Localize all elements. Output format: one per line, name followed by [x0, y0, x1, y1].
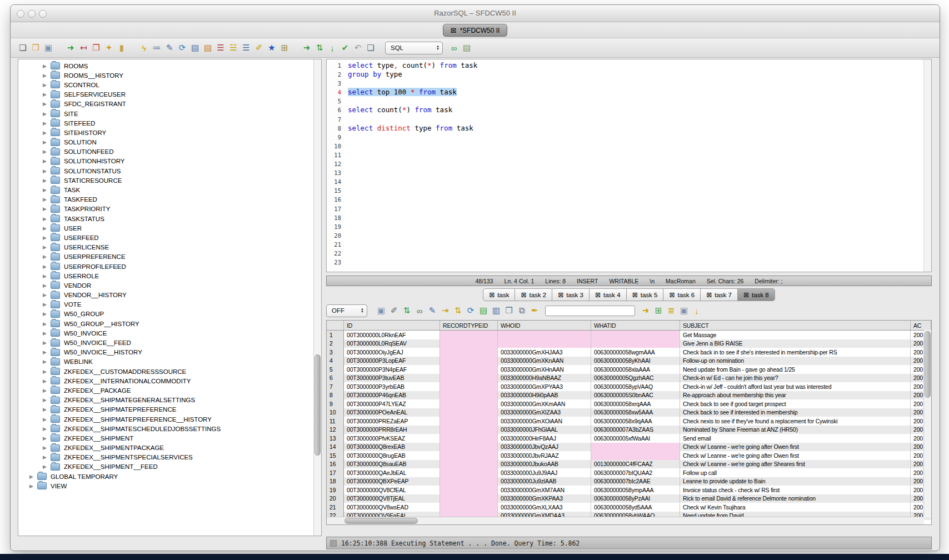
log-list-icon[interactable]: ▤	[461, 42, 473, 54]
describe-table-icon[interactable]: ▤	[477, 304, 490, 317]
tree-item-solutionhistory[interactable]: ▶SOLUTIONHISTORY	[18, 157, 321, 166]
glasses-icon[interactable]: ∞	[448, 42, 460, 54]
column-header-whatid[interactable]: WHATID	[591, 321, 680, 330]
code-line[interactable]	[348, 258, 923, 267]
cell-rtid[interactable]	[440, 408, 498, 417]
cell-subj[interactable]: Give Jenn a BIG RAISE	[680, 339, 911, 348]
cell-subj[interactable]: Rick to email David & reference Delmonte…	[680, 494, 911, 503]
disclosure-triangle-icon[interactable]: ▶	[43, 321, 51, 327]
cell-rtid[interactable]	[440, 451, 498, 460]
tree-item-rooms__history[interactable]: ▶ROOMS__HISTORY	[18, 71, 321, 80]
tree-item-scontrol[interactable]: ▶SCONTROL	[18, 80, 321, 89]
table-vertical-scrollbar[interactable]	[923, 330, 931, 517]
disclosure-triangle-icon[interactable]: ▶	[43, 244, 51, 250]
execute-icon[interactable]: ϟ	[138, 42, 150, 54]
cell-what[interactable]: 00630000005QgzhAAC	[591, 374, 680, 383]
tree-item-taskfeed[interactable]: ▶TASKFEED	[18, 195, 321, 204]
tree-item-solution[interactable]: ▶SOLUTION	[18, 138, 321, 147]
disclosure-triangle-icon[interactable]: ▶	[43, 436, 51, 441]
tree-item-taskpriority[interactable]: ▶TASKPRIORITY	[18, 204, 321, 214]
key-icon[interactable]: ✒	[528, 304, 541, 317]
code-line[interactable]	[348, 249, 923, 258]
disclosure-triangle-icon[interactable]: ▶	[43, 63, 51, 69]
disclosure-triangle-icon[interactable]: ▶	[43, 111, 51, 117]
disclosure-triangle-icon[interactable]: ▶	[43, 197, 51, 202]
tree-item-zkfedex__shipment__feed[interactable]: ▶ZKFEDEX__SHIPMENT__FEED	[18, 462, 321, 472]
table-row[interactable]: 1600T3000000Q8sauEAB0033000000JbukoAAB00…	[327, 460, 931, 469]
cell-rtid[interactable]	[440, 434, 498, 443]
cell-what[interactable]: 006300000058yd5AAA	[591, 503, 680, 512]
disclosure-triangle-icon[interactable]: ▶	[43, 254, 51, 259]
disclosure-triangle-icon[interactable]: ▶	[43, 130, 51, 136]
result-tab-task-6[interactable]: ⊠task 6	[663, 288, 701, 301]
disclosure-triangle-icon[interactable]: ▶	[43, 388, 51, 393]
tree-item-zkfedex__internationalcommodity[interactable]: ▶ZKFEDEX__INTERNATIONALCOMMODITY	[18, 376, 321, 386]
sql-editor[interactable]: 1234567891011121314151617181920212223 se…	[326, 59, 932, 272]
cell-rtid[interactable]	[440, 503, 498, 512]
tree-item-task[interactable]: ▶TASK	[18, 185, 321, 194]
cell-what[interactable]: 00630000005S0bnAAC	[591, 391, 680, 400]
disconnect-icon[interactable]: ↤	[77, 42, 89, 54]
cell-subj[interactable]: Check back to see if interested in membe…	[680, 408, 911, 417]
cell-what[interactable]: 006300000058x9qAAA	[591, 417, 680, 426]
cell-who[interactable]: 0033000000Ju9zlAAB	[498, 477, 591, 486]
code-line[interactable]	[348, 79, 923, 88]
cell-who[interactable]: 0033000000JbvRJAAZ	[498, 451, 591, 460]
tree-item-w50_invoice__history[interactable]: ▶W50_INVOICE__HISTORY	[18, 348, 321, 357]
cell-what[interactable]	[591, 331, 680, 339]
favorites-icon[interactable]: ★	[266, 42, 278, 54]
tree-item-site[interactable]: ▶SITE	[18, 109, 321, 118]
cell-rtid[interactable]	[440, 391, 498, 400]
cell-subj[interactable]: Get Massage	[680, 331, 911, 339]
table-row[interactable]: 1200T3000000PRR8rEAH0033000000JFhGlAAL00…	[327, 426, 931, 434]
disclosure-triangle-icon[interactable]: ▶	[29, 474, 37, 479]
result-tab-task-3[interactable]: ⊠task 3	[552, 288, 590, 301]
commit-icon[interactable]: ✔	[339, 42, 351, 54]
disclosure-triangle-icon[interactable]: ▶	[43, 407, 51, 412]
tree-item-selfserviceuser[interactable]: ▶SELFSERVICEUSER	[18, 90, 321, 99]
close-tab-icon[interactable]: ⊠	[595, 292, 601, 298]
script-icon[interactable]: ≣	[665, 304, 677, 317]
cell-rtid[interactable]	[440, 486, 498, 494]
code-line[interactable]: select type, count(*) from task	[348, 61, 923, 70]
cell-subj[interactable]: Nominated by Shane Freeman at ANZ (HR50)	[680, 426, 911, 434]
cell-what[interactable]: 006300000058xw5AAA	[591, 408, 680, 417]
cell-rtid[interactable]	[440, 468, 498, 477]
code-line[interactable]	[348, 222, 923, 231]
table-row[interactable]: 1400T3000000Q8rexEAB0033000000JbvQzAAJCh…	[327, 443, 931, 452]
tree-item-userrole[interactable]: ▶USERROLE	[18, 271, 321, 281]
tree-item-zkfedex__shipmatepreference[interactable]: ▶ZKFEDEX__SHIPMATEPREFERENCE	[18, 405, 321, 414]
disclosure-triangle-icon[interactable]: ▶	[43, 216, 51, 222]
result-tab-task-2[interactable]: ⊠task 2	[515, 288, 552, 301]
cell-subj[interactable]: Leanne to provide update to Bain	[680, 477, 911, 486]
disclosure-triangle-icon[interactable]: ▶	[43, 311, 51, 317]
tree-item-w50_invoice__feed[interactable]: ▶W50_INVOICE__FEED	[18, 338, 321, 347]
table-row[interactable]: 1900T3000000QV8CfEAL0033000000GmXM7AAN00…	[327, 486, 931, 494]
cell-who[interactable]: 0033000000Ju9J9AAJ	[498, 468, 591, 477]
disclosure-triangle-icon[interactable]: ▶	[43, 226, 51, 231]
save-icon[interactable]: ▣	[42, 42, 54, 54]
cell-who[interactable]: 0033000000GmXLXAA3	[498, 503, 591, 512]
disclosure-triangle-icon[interactable]: ▶	[43, 283, 51, 288]
tree-item-user[interactable]: ▶USER	[18, 223, 321, 233]
save-results-icon[interactable]: ▣	[375, 304, 387, 317]
cell-id[interactable]: 00T3000000QV8CfEAL	[344, 486, 440, 494]
table-horizontal-scrollbar[interactable]	[327, 517, 924, 524]
table-row[interactable]: 600T3000000P3tuvEAB0033000000H9aNBAAZ006…	[327, 374, 931, 383]
cell-what[interactable]: 006300000058yPzAAI	[591, 494, 680, 503]
cell-rtid[interactable]	[440, 365, 498, 374]
table-row[interactable]: 400T3000000P3LopEAF0033000000GmXKnAAN006…	[327, 357, 931, 366]
cell-who[interactable]	[498, 339, 591, 348]
disclosure-triangle-icon[interactable]: ▶	[43, 73, 51, 78]
close-tab-icon[interactable]: ⊠	[706, 292, 712, 298]
view-results-icon[interactable]: ∞	[413, 304, 426, 317]
cell-who[interactable]: 0033000000H9aNBAAZ	[498, 374, 591, 383]
table-row[interactable]: 1500T3000000Q8rugEAB0033000000JbvRJAAZCh…	[327, 451, 931, 460]
cell-rtid[interactable]	[440, 331, 498, 339]
tree-item-userpreference[interactable]: ▶USERPREFERENCE	[18, 252, 321, 262]
cell-subj[interactable]: Need update from Bain - gave go ahead 1/…	[680, 365, 911, 374]
form-view-icon[interactable]: ▥	[490, 304, 502, 317]
tree-item-staticresource[interactable]: ▶STATICRESOURCE	[18, 176, 321, 185]
cell-subj[interactable]: Check back in to see if she's interested…	[680, 348, 911, 357]
cell-what[interactable]: 00630000007A3bZAAS	[591, 426, 680, 434]
